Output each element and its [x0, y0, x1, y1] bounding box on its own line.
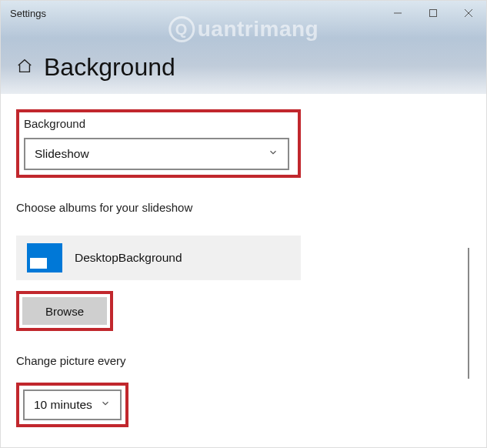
browse-button[interactable]: Browse — [22, 297, 107, 325]
close-button[interactable] — [451, 1, 486, 25]
album-item[interactable]: DesktopBackground — [16, 236, 301, 280]
content-area: Background Slideshow Choose albums for y… — [1, 94, 486, 427]
folder-icon — [27, 243, 62, 272]
titlebar: Settings — [1, 1, 486, 25]
highlight-browse: Browse — [16, 291, 113, 331]
chevron-down-icon — [100, 398, 111, 412]
background-dropdown-value: Slideshow — [35, 147, 89, 161]
minimize-button[interactable] — [380, 1, 415, 25]
interval-dropdown[interactable]: 10 minutes — [23, 389, 122, 420]
highlight-background-section: Background Slideshow — [16, 109, 301, 178]
scrollbar[interactable] — [468, 248, 469, 379]
page-header: Background — [16, 53, 175, 82]
background-label: Background — [24, 117, 293, 130]
window-controls — [380, 1, 486, 25]
browse-button-label: Browse — [45, 305, 84, 318]
header-area: Settings Q uantrimang Background — [1, 1, 486, 94]
albums-label: Choose albums for your slideshow — [16, 201, 471, 214]
album-name: DesktopBackground — [75, 251, 182, 265]
page-title: Background — [44, 53, 175, 82]
chevron-down-icon — [268, 147, 279, 161]
svg-rect-1 — [430, 10, 437, 17]
change-picture-label: Change picture every — [16, 354, 471, 367]
highlight-interval: 10 minutes — [16, 383, 128, 427]
home-icon[interactable] — [16, 58, 33, 78]
interval-dropdown-value: 10 minutes — [34, 398, 92, 412]
window-title: Settings — [10, 8, 46, 19]
background-dropdown[interactable]: Slideshow — [24, 138, 289, 170]
maximize-button[interactable] — [415, 1, 451, 25]
